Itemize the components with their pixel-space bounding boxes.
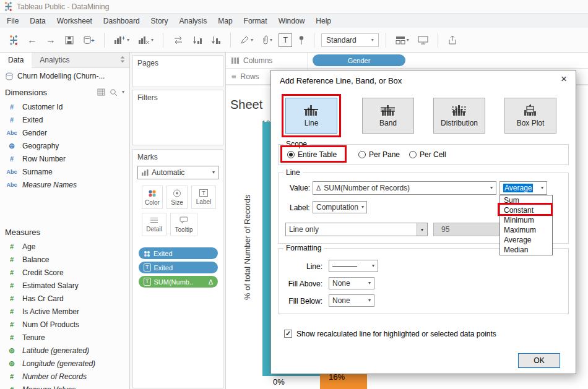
caret-down-icon: ▾ [361,205,364,210]
option-sum[interactable]: Sum [500,195,552,205]
field-row-number[interactable]: # Row Number [0,152,129,165]
menu-dashboard[interactable]: Dashboard [98,15,145,27]
field-geography[interactable]: ⊕ Geography [0,139,129,152]
pane-menu-caret-icon[interactable]: ▾ [122,90,124,95]
mark-type-dropdown[interactable]: Automatic ▾ [137,166,218,179]
menu-data[interactable]: Data [24,15,51,27]
line-format-dropdown[interactable]: ▾ [329,260,378,272]
field-has-cr-card[interactable]: # Has Cr Card [0,292,129,305]
tableau-home-icon[interactable] [6,32,21,48]
presentation-mode-icon[interactable] [415,32,431,48]
tab-data[interactable]: Data [0,53,32,68]
menu-help[interactable]: Help [310,15,337,27]
menu-map[interactable]: Map [212,15,238,27]
field-num-of-products[interactable]: # Num Of Products [0,318,129,331]
toolbar-separator [230,33,231,48]
sort-descending-icon[interactable] [209,32,223,48]
type-band-button[interactable]: Band [362,98,414,134]
caret-down-icon: ▾ [407,38,409,43]
field-age[interactable]: # Age [0,240,129,253]
option-average[interactable]: Average [500,235,552,245]
radio-entire-table[interactable]: Entire Table [287,149,337,160]
fill-above-dropdown[interactable]: None ▾ [329,277,374,289]
field-gender[interactable]: Abc Gender [0,126,129,139]
field-latitude-generated[interactable]: ⊕ Latitude (generated) [0,344,129,357]
check-icon: ✓ [285,330,291,338]
fit-mode-value: Standard [326,36,357,45]
option-maximum[interactable]: Maximum [500,225,552,235]
recalc-checkbox[interactable]: ✓ [284,330,292,338]
new-datasource-icon[interactable] [80,32,97,48]
type-distribution-button[interactable]: Distribution [433,98,485,134]
menu-story[interactable]: Story [145,15,174,27]
pane-collapse-icon[interactable] [120,56,129,65]
share-icon[interactable] [445,32,460,48]
size-button[interactable]: Size [166,186,188,209]
highlight-icon[interactable]: ▾ [238,32,256,48]
marks-pill-sum-records[interactable]: T SUM(Numb.. Δ [139,276,218,288]
color-dots-icon [148,189,157,197]
label-button[interactable]: T Label [191,186,216,209]
fit-mode-dropdown[interactable]: Standard ▾ [321,33,379,47]
option-median[interactable]: Median [500,245,552,255]
aggregation-dropdown[interactable]: Average ▾ [499,181,547,195]
radio-per-cell[interactable]: Per Cell [409,149,446,160]
field-surname[interactable]: Abc Surname [0,165,129,178]
field-measure-values[interactable]: # Measure Values [0,383,129,389]
color-button[interactable]: Color [142,186,163,209]
string-icon: Abc [6,182,18,188]
option-minimum[interactable]: Minimum [500,215,552,225]
toolbar-separator [386,33,386,48]
save-icon[interactable] [62,32,77,48]
field-credit-score[interactable]: # Credit Score [0,266,129,279]
field-exited[interactable]: # Exited [0,113,129,126]
find-field-icon[interactable] [110,88,118,96]
field-longitude-generated[interactable]: ⊕ Longitude (generated) [0,357,129,370]
sort-ascending-icon[interactable] [190,32,205,48]
menu-file[interactable]: File [1,15,24,27]
fill-below-dropdown[interactable]: None ▾ [329,294,374,307]
menu-worksheet[interactable]: Worksheet [51,15,98,27]
redo-icon[interactable]: → [43,32,58,48]
field-is-active-member[interactable]: # Is Active Member [0,305,129,318]
show-mark-labels-icon[interactable]: T [279,33,292,47]
menu-analysis[interactable]: Analysis [174,15,213,27]
field-balance[interactable]: # Balance [0,253,129,266]
aggregation-options-list: Sum Constant Minimum Maximum Average Med… [499,195,553,255]
boxplot-type-icon [523,104,538,116]
ok-button[interactable]: OK [518,353,560,368]
fix-axes-pin-icon[interactable] [296,32,307,48]
menu-format[interactable]: Format [238,15,273,27]
value-dropdown[interactable]: Δ SUM(Number of Records) ▾ [313,181,496,195]
undo-icon[interactable]: ← [25,32,40,48]
field-number-of-records[interactable]: # Number of Records [0,370,129,383]
show-hide-cards-icon[interactable]: ▾ [393,32,412,48]
label-dropdown[interactable]: Computation ▾ [313,201,367,213]
menu-window[interactable]: Window [273,15,311,27]
field-estimated-salary[interactable]: # Estimated Salary [0,279,129,292]
marks-pill-exited-color[interactable]: Exited [139,247,218,259]
field-measure-names[interactable]: Abc Measure Names [0,178,129,191]
type-line-button[interactable]: Line [285,98,337,134]
detail-button[interactable]: Detail [142,213,166,236]
tab-analytics[interactable]: Analytics [32,53,77,68]
paperclip-icon[interactable]: ▾ [259,32,275,48]
clear-sheet-icon[interactable]: ▾ [136,32,156,48]
radio-per-pane[interactable]: Per Pane [358,149,400,160]
swap-rows-columns-icon[interactable] [170,32,186,48]
columns-pill-gender[interactable]: Gender [313,54,405,66]
marks-pill-exited-label[interactable]: T Exited [139,262,218,273]
line-style-dropdown[interactable]: Line only ▾ [285,223,428,236]
close-icon[interactable]: × [561,73,567,85]
datasource-item[interactable]: Churn Modelling (Churn-... [0,68,129,84]
new-worksheet-icon[interactable]: ▾ [111,32,132,48]
type-boxplot-button[interactable]: Box Plot [504,98,556,134]
option-constant[interactable]: Constant [500,205,552,215]
tooltip-button[interactable]: Tooltip [170,213,197,236]
view-data-grid-icon[interactable] [97,88,105,96]
toolbar-separator [163,33,163,48]
globe-icon: ⊕ [6,142,18,150]
string-icon: Abc [6,130,18,136]
field-customer-id[interactable]: # Customer Id [0,100,129,113]
field-tenure[interactable]: # Tenure [0,331,129,344]
